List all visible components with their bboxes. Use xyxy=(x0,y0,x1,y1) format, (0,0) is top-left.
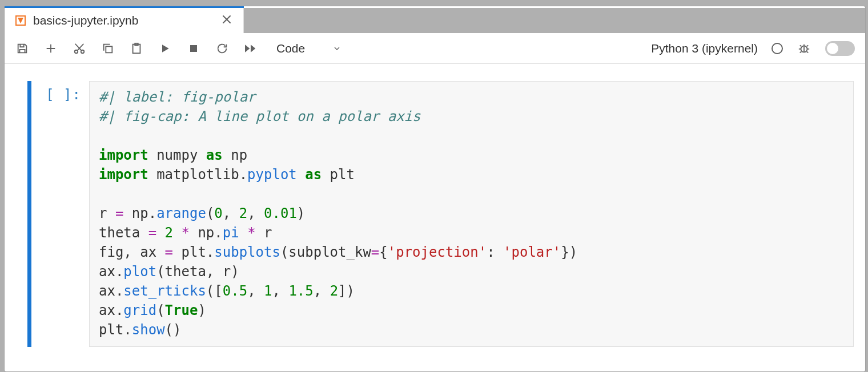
tab-title: basics-jupyter.ipynb xyxy=(33,14,212,27)
celltype-label: Code xyxy=(276,42,305,55)
cell-prompt: [ ]: xyxy=(27,81,89,347)
kernel-status-icon[interactable] xyxy=(771,43,783,54)
jupyter-app: basics-jupyter.ipynb xyxy=(5,6,865,371)
paste-icon[interactable] xyxy=(129,41,144,56)
copy-icon[interactable] xyxy=(101,41,115,56)
chevron-down-icon xyxy=(332,44,341,53)
stop-icon[interactable] xyxy=(186,41,201,56)
bug-icon[interactable] xyxy=(797,41,811,56)
debug-toggle[interactable] xyxy=(825,41,855,56)
add-icon[interactable] xyxy=(43,41,58,56)
tab-notebook[interactable]: basics-jupyter.ipynb xyxy=(5,8,244,33)
svg-point-1 xyxy=(75,50,78,53)
save-icon[interactable] xyxy=(15,41,30,56)
cut-icon[interactable] xyxy=(72,41,87,56)
kernel-name[interactable]: Python 3 (ipykernel) xyxy=(651,42,758,55)
close-icon[interactable] xyxy=(219,12,234,29)
toolbar: Code Python 3 (ipykernel) xyxy=(5,33,865,64)
run-icon[interactable] xyxy=(158,41,172,56)
code-cell[interactable]: [ ]: #| label: fig-polar #| fig-cap: A l… xyxy=(27,81,859,347)
restart-icon[interactable] xyxy=(215,41,230,56)
svg-rect-3 xyxy=(106,46,112,52)
svg-rect-6 xyxy=(190,45,197,52)
notebook-icon xyxy=(15,15,26,26)
run-all-icon[interactable] xyxy=(243,41,258,56)
cell-active-bar xyxy=(27,81,31,347)
celltype-dropdown[interactable]: Code xyxy=(272,42,346,55)
svg-point-2 xyxy=(81,50,85,53)
tab-strip: basics-jupyter.ipynb xyxy=(5,8,865,33)
notebook-body: [ ]: #| label: fig-polar #| fig-cap: A l… xyxy=(5,64,865,371)
code-editor[interactable]: #| label: fig-polar #| fig-cap: A line p… xyxy=(89,81,854,347)
